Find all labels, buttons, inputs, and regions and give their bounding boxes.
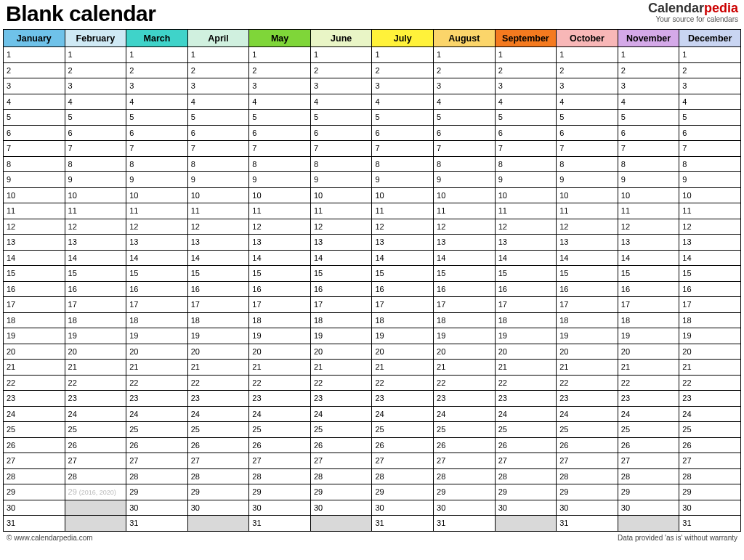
day-cell: 12 [618,219,679,235]
day-cell: 27 [372,453,434,469]
day-cell: 16 [126,281,188,297]
day-cell: 8 [434,156,496,172]
day-cell: 13 [4,235,65,251]
day-cell: 31 [372,516,434,532]
day-cell: 22 [126,375,188,391]
day-cell [310,516,372,532]
day-cell: 14 [187,250,249,266]
day-cell: 2 [4,62,65,78]
day-cell: 27 [310,453,372,469]
day-cell: 1 [4,47,65,63]
day-cell: 15 [249,266,311,282]
day-cell: 11 [679,203,741,219]
day-cell: 7 [618,141,679,157]
day-cell: 11 [372,203,434,219]
day-cell: 24 [495,406,557,422]
day-cell: 29(2016, 2020) [65,484,126,500]
day-cell: 20 [4,344,65,360]
day-cell: 1 [249,47,311,63]
day-cell: 16 [557,281,618,297]
day-cell: 10 [372,187,434,203]
day-cell: 13 [310,235,372,251]
day-cell: 21 [679,360,741,376]
day-cell: 10 [557,187,618,203]
day-cell: 2 [249,62,311,78]
day-cell: 3 [679,78,741,94]
day-cell: 26 [65,437,126,453]
day-cell: 4 [557,94,618,110]
day-cell: 23 [187,391,249,407]
day-row: 262626262626262626262626 [4,437,741,453]
day-cell: 12 [557,219,618,235]
day-cell: 5 [65,110,126,126]
brand-logo: Calendarpedia [648,1,738,15]
day-cell: 13 [372,235,434,251]
day-cell: 19 [372,328,434,344]
day-cell: 16 [4,281,65,297]
day-cell: 2 [126,62,188,78]
day-cell: 23 [4,391,65,407]
day-cell: 24 [4,406,65,422]
month-header-march: March [126,30,188,47]
day-cell: 19 [495,328,557,344]
day-cell: 5 [618,110,679,126]
day-cell: 15 [618,266,679,282]
day-cell: 30 [372,500,434,516]
day-cell: 15 [495,266,557,282]
day-cell: 13 [65,235,126,251]
day-cell: 14 [679,250,741,266]
day-cell: 14 [495,250,557,266]
month-header-september: September [495,30,557,47]
day-cell: 11 [187,203,249,219]
day-cell: 21 [495,360,557,376]
day-row: 888888888888 [4,156,741,172]
day-cell: 29 [679,484,741,500]
day-cell: 24 [65,406,126,422]
day-cell: 15 [65,266,126,282]
day-row: 131313131313131313131313 [4,235,741,251]
day-cell: 14 [618,250,679,266]
day-cell: 8 [187,156,249,172]
day-cell [618,516,679,532]
month-header-january: January [4,30,65,47]
day-cell: 30 [187,500,249,516]
day-cell: 13 [495,235,557,251]
day-cell: 8 [310,156,372,172]
day-cell: 31 [434,516,496,532]
day-cell: 28 [65,468,126,484]
day-cell: 10 [249,187,311,203]
month-header-july: July [372,30,434,47]
day-cell: 4 [372,94,434,110]
day-cell: 15 [310,266,372,282]
day-cell: 20 [187,344,249,360]
day-cell: 9 [310,172,372,188]
day-cell: 17 [4,297,65,313]
day-cell: 12 [372,219,434,235]
day-cell: 11 [618,203,679,219]
day-cell: 21 [4,360,65,376]
day-cell: 14 [4,250,65,266]
header: Blank calendar Calendarpedia Your source… [3,0,741,29]
day-cell: 3 [65,78,126,94]
day-cell: 6 [618,125,679,141]
day-cell: 30 [434,500,496,516]
day-cell: 9 [4,172,65,188]
day-cell: 29 [557,484,618,500]
day-cell: 26 [187,437,249,453]
day-cell: 7 [126,141,188,157]
leap-year-note: (2016, 2020) [79,489,116,496]
day-cell: 21 [187,360,249,376]
month-header-april: April [187,30,249,47]
month-header-june: June [310,30,372,47]
day-cell: 22 [679,375,741,391]
day-cell: 7 [65,141,126,157]
day-cell: 16 [434,281,496,297]
day-cell: 29 [434,484,496,500]
day-cell: 23 [679,391,741,407]
day-cell: 25 [4,422,65,438]
day-cell: 2 [187,62,249,78]
brand-prefix: Calendar [648,1,704,15]
day-cell: 22 [495,375,557,391]
day-cell: 11 [434,203,496,219]
day-cell: 31 [557,516,618,532]
